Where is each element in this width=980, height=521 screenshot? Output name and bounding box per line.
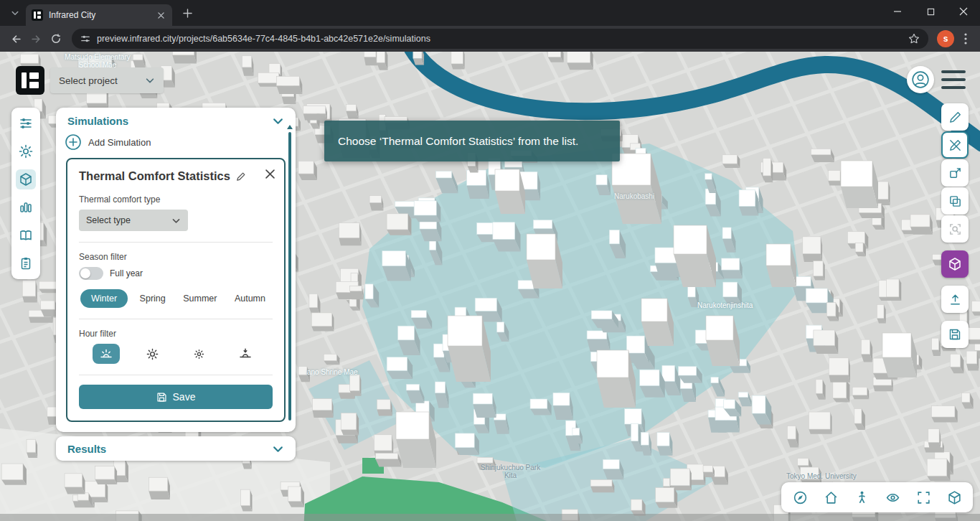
filters-button[interactable] [17,115,34,132]
draw-off-button[interactable] [941,131,969,159]
add-simulation-button[interactable]: Add Simulation [56,131,296,158]
tab-close-button[interactable] [155,9,166,21]
minimize-button[interactable] [881,0,914,23]
user-avatar-button[interactable] [907,66,934,93]
sun-icon [19,144,33,159]
url-bar[interactable]: preview.infrared.city/projects/6ab5634e-… [72,29,928,49]
browser-toolbar: preview.infrared.city/projects/6ab5634e-… [0,26,980,52]
results-bar[interactable]: Results [56,436,296,461]
save-disk-icon [156,392,167,403]
eye-icon [885,490,900,505]
scan-button[interactable] [941,215,969,243]
window-close-button[interactable] [947,0,980,23]
reload-button[interactable] [46,29,66,49]
cube-view-button[interactable] [946,489,962,505]
type-label: Thermal comfort type [79,194,273,205]
pedestrian-icon [854,490,870,505]
maximize-button[interactable] [914,0,947,23]
browser-tab[interactable]: Infrared City [26,4,172,26]
full-year-label: Full year [110,268,143,278]
simulations-header[interactable]: Simulations [56,108,296,131]
pencil-off-icon [948,139,962,152]
season-spring-button[interactable]: Spring [134,289,171,308]
user-icon [911,70,930,89]
forward-button[interactable] [26,29,46,49]
close-icon [158,12,164,19]
reload-icon [50,33,62,44]
pedestrian-button[interactable] [854,489,870,505]
model-button[interactable] [16,169,36,189]
card-close-button[interactable] [263,166,277,181]
open-book-icon [19,228,33,243]
tooltip-banner: Choose ‘Thermal Comfort Statistics’ from… [324,121,620,161]
results-label: Results [67,443,106,455]
chevron-down-icon [272,115,284,127]
pencil-icon [948,111,962,124]
full-year-toggle[interactable] [79,267,103,280]
cube-icon [948,257,962,271]
library-button[interactable] [17,227,34,244]
view-toolbar [781,482,973,512]
columns-button[interactable] [17,199,34,216]
app-logo[interactable] [16,66,44,95]
sun-analysis-button[interactable] [17,143,34,160]
panel-scrollbar[interactable] [288,132,291,421]
chevron-down-icon [171,216,181,225]
hour-morning-button[interactable] [139,344,166,364]
season-autumn-button[interactable]: Autumn [229,289,271,308]
hour-noon-button[interactable] [185,344,212,364]
new-tab-button[interactable] [178,4,197,22]
save-button[interactable]: Save [79,385,273,409]
frame-button[interactable] [915,489,931,505]
select-project-dropdown[interactable]: Select project [50,67,164,93]
home-icon [824,490,839,505]
select-project-label: Select project [59,75,118,86]
upload-button[interactable] [941,286,969,313]
intersect-icon [948,194,962,208]
save-label: Save [173,391,196,403]
type-select-value: Select type [86,215,131,225]
hour-sunrise-button[interactable] [93,344,120,364]
hour-sunset-button[interactable] [232,344,259,364]
generate-model-button[interactable] [941,250,969,278]
browser-menu-button[interactable] [957,30,974,47]
report-button[interactable] [17,255,34,272]
season-summer-button[interactable]: Summer [177,289,222,308]
intersect-button[interactable] [941,187,969,215]
simulation-title: Thermal Comfort Statistics [79,169,230,183]
season-label: Season filter [79,252,273,262]
arrow-right-icon [30,33,42,45]
select-area-icon [948,166,962,180]
frame-icon [916,490,931,505]
season-winter-button[interactable]: Winter [80,289,128,308]
morning-sun-icon [146,347,159,361]
clipboard-icon [19,256,33,271]
hour-buttons [83,344,268,364]
chevron-down-icon [145,75,155,85]
scan-search-icon [948,222,962,236]
type-select[interactable]: Select type [79,210,188,231]
site-info-icon[interactable] [80,34,90,44]
edit-title-button[interactable] [236,172,246,182]
select-area-button[interactable] [941,159,969,187]
sunrise-icon [99,347,113,361]
tab-search-button[interactable] [6,4,24,22]
right-tool-rail [941,103,969,348]
window-controls [881,0,980,26]
save-view-button[interactable] [941,321,969,348]
bookmark-star-icon[interactable] [908,33,920,44]
profile-avatar[interactable]: s [937,30,954,47]
simulation-card: Thermal Comfort Statistics Thermal comfo… [66,158,286,422]
home-button[interactable] [823,489,839,505]
back-button[interactable] [6,29,26,49]
sunset-icon [238,347,253,361]
chevron-down-icon [11,9,19,17]
url-text: preview.infrared.city/projects/6ab5634e-… [97,34,902,44]
compass-button[interactable] [792,489,808,505]
main-menu-button[interactable] [941,70,966,89]
draw-button[interactable] [941,103,969,131]
divider [79,242,273,243]
divider [79,375,273,375]
visibility-button[interactable] [885,489,900,505]
close-icon [265,169,275,179]
